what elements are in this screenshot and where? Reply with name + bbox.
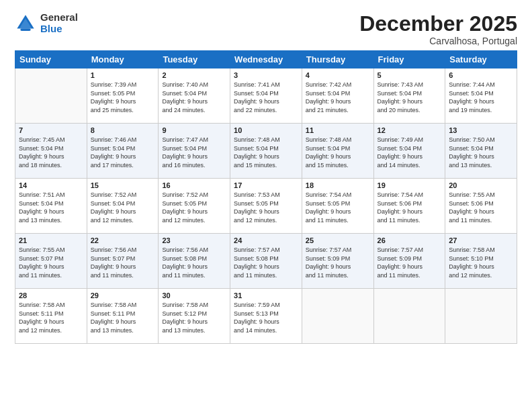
weekday-wednesday: Wednesday xyxy=(230,51,302,68)
day-info: Sunrise: 7:46 AM Sunset: 5:04 PM Dayligh… xyxy=(91,136,155,169)
day-info: Sunrise: 7:48 AM Sunset: 5:04 PM Dayligh… xyxy=(234,136,298,169)
day-info: Sunrise: 7:58 AM Sunset: 5:10 PM Dayligh… xyxy=(449,246,513,279)
weekday-header-row: SundayMondayTuesdayWednesdayThursdayFrid… xyxy=(15,51,517,68)
calendar-cell: 15Sunrise: 7:52 AM Sunset: 5:04 PM Dayli… xyxy=(87,179,159,234)
logo: General Blue xyxy=(15,12,78,34)
calendar-cell: 10Sunrise: 7:48 AM Sunset: 5:04 PM Dayli… xyxy=(230,124,302,179)
day-number: 25 xyxy=(306,236,370,244)
title-block: December 2025 Carvalhosa, Portugal xyxy=(359,12,517,46)
day-info: Sunrise: 7:45 AM Sunset: 5:04 PM Dayligh… xyxy=(19,136,83,169)
day-info: Sunrise: 7:40 AM Sunset: 5:04 PM Dayligh… xyxy=(162,81,226,114)
page: General Blue December 2025 Carvalhosa, P… xyxy=(0,0,532,411)
day-number: 17 xyxy=(234,181,298,189)
calendar-week-3: 14Sunrise: 7:51 AM Sunset: 5:04 PM Dayli… xyxy=(15,179,517,234)
day-number: 10 xyxy=(234,126,298,134)
day-info: Sunrise: 7:57 AM Sunset: 5:08 PM Dayligh… xyxy=(234,246,298,279)
calendar-cell: 29Sunrise: 7:58 AM Sunset: 5:11 PM Dayli… xyxy=(87,289,159,344)
day-number: 8 xyxy=(91,126,155,134)
day-info: Sunrise: 7:43 AM Sunset: 5:04 PM Dayligh… xyxy=(378,81,442,114)
day-info: Sunrise: 7:53 AM Sunset: 5:05 PM Dayligh… xyxy=(234,191,298,224)
month-title: December 2025 xyxy=(359,12,517,36)
calendar-cell: 20Sunrise: 7:55 AM Sunset: 5:06 PM Dayli… xyxy=(445,179,517,234)
day-number: 21 xyxy=(19,236,83,244)
day-number: 18 xyxy=(306,181,370,189)
day-info: Sunrise: 7:54 AM Sunset: 5:05 PM Dayligh… xyxy=(306,191,370,224)
day-number: 31 xyxy=(234,291,298,300)
calendar-cell: 23Sunrise: 7:56 AM Sunset: 5:08 PM Dayli… xyxy=(159,234,230,289)
day-info: Sunrise: 7:39 AM Sunset: 5:05 PM Dayligh… xyxy=(91,81,155,114)
day-info: Sunrise: 7:58 AM Sunset: 5:12 PM Dayligh… xyxy=(162,301,226,334)
calendar-cell: 11Sunrise: 7:48 AM Sunset: 5:04 PM Dayli… xyxy=(302,124,373,179)
day-number: 13 xyxy=(449,126,513,134)
day-number: 4 xyxy=(306,71,370,79)
day-number: 11 xyxy=(306,126,370,134)
calendar-cell: 26Sunrise: 7:57 AM Sunset: 5:09 PM Dayli… xyxy=(373,234,445,289)
day-info: Sunrise: 7:44 AM Sunset: 5:04 PM Dayligh… xyxy=(449,81,513,114)
calendar-week-4: 21Sunrise: 7:55 AM Sunset: 5:07 PM Dayli… xyxy=(15,234,517,289)
day-info: Sunrise: 7:55 AM Sunset: 5:07 PM Dayligh… xyxy=(19,246,83,279)
day-info: Sunrise: 7:49 AM Sunset: 5:04 PM Dayligh… xyxy=(378,136,442,169)
logo-general-text: General xyxy=(40,12,78,24)
calendar-cell: 22Sunrise: 7:56 AM Sunset: 5:07 PM Dayli… xyxy=(87,234,159,289)
calendar-cell xyxy=(302,289,373,344)
day-info: Sunrise: 7:57 AM Sunset: 5:09 PM Dayligh… xyxy=(306,246,370,279)
calendar-cell: 9Sunrise: 7:47 AM Sunset: 5:04 PM Daylig… xyxy=(159,124,230,179)
calendar-cell: 25Sunrise: 7:57 AM Sunset: 5:09 PM Dayli… xyxy=(302,234,373,289)
day-number: 23 xyxy=(162,236,226,244)
day-number: 6 xyxy=(449,71,513,79)
calendar-cell: 18Sunrise: 7:54 AM Sunset: 5:05 PM Dayli… xyxy=(302,179,373,234)
calendar-cell: 3Sunrise: 7:41 AM Sunset: 5:04 PM Daylig… xyxy=(230,68,302,124)
weekday-monday: Monday xyxy=(87,51,159,68)
calendar-cell: 21Sunrise: 7:55 AM Sunset: 5:07 PM Dayli… xyxy=(15,234,87,289)
day-number: 20 xyxy=(449,181,513,189)
location: Carvalhosa, Portugal xyxy=(359,36,517,46)
calendar-cell: 17Sunrise: 7:53 AM Sunset: 5:05 PM Dayli… xyxy=(230,179,302,234)
day-number: 14 xyxy=(19,181,83,189)
calendar-cell: 30Sunrise: 7:58 AM Sunset: 5:12 PM Dayli… xyxy=(159,289,230,344)
svg-rect-2 xyxy=(20,28,30,30)
day-info: Sunrise: 7:48 AM Sunset: 5:04 PM Dayligh… xyxy=(306,136,370,169)
calendar-cell: 1Sunrise: 7:39 AM Sunset: 5:05 PM Daylig… xyxy=(87,68,159,124)
calendar-cell: 2Sunrise: 7:40 AM Sunset: 5:04 PM Daylig… xyxy=(159,68,230,124)
calendar-cell: 13Sunrise: 7:50 AM Sunset: 5:04 PM Dayli… xyxy=(445,124,517,179)
calendar-week-1: 1Sunrise: 7:39 AM Sunset: 5:05 PM Daylig… xyxy=(15,68,517,124)
day-number: 16 xyxy=(162,181,226,189)
day-number: 30 xyxy=(162,291,226,300)
day-number: 12 xyxy=(378,126,442,134)
day-number: 7 xyxy=(19,126,83,134)
calendar-cell: 4Sunrise: 7:42 AM Sunset: 5:04 PM Daylig… xyxy=(302,68,373,124)
day-info: Sunrise: 7:59 AM Sunset: 5:13 PM Dayligh… xyxy=(234,301,298,334)
calendar-cell: 27Sunrise: 7:58 AM Sunset: 5:10 PM Dayli… xyxy=(445,234,517,289)
calendar-cell: 14Sunrise: 7:51 AM Sunset: 5:04 PM Dayli… xyxy=(15,179,87,234)
logo-blue-text: Blue xyxy=(40,24,78,35)
day-number: 28 xyxy=(19,291,83,300)
calendar-cell: 6Sunrise: 7:44 AM Sunset: 5:04 PM Daylig… xyxy=(445,68,517,124)
day-info: Sunrise: 7:57 AM Sunset: 5:09 PM Dayligh… xyxy=(378,246,442,279)
day-number: 29 xyxy=(91,291,155,300)
day-number: 27 xyxy=(449,236,513,244)
calendar-cell: 19Sunrise: 7:54 AM Sunset: 5:06 PM Dayli… xyxy=(373,179,445,234)
calendar-cell: 31Sunrise: 7:59 AM Sunset: 5:13 PM Dayli… xyxy=(230,289,302,344)
day-info: Sunrise: 7:42 AM Sunset: 5:04 PM Dayligh… xyxy=(306,81,370,114)
day-info: Sunrise: 7:47 AM Sunset: 5:04 PM Dayligh… xyxy=(162,136,226,169)
logo-text: General Blue xyxy=(40,12,78,34)
calendar-cell: 5Sunrise: 7:43 AM Sunset: 5:04 PM Daylig… xyxy=(373,68,445,124)
calendar-cell xyxy=(15,68,87,124)
header: General Blue December 2025 Carvalhosa, P… xyxy=(15,12,517,46)
day-number: 22 xyxy=(91,236,155,244)
calendar-cell: 7Sunrise: 7:45 AM Sunset: 5:04 PM Daylig… xyxy=(15,124,87,179)
calendar-table: SundayMondayTuesdayWednesdayThursdayFrid… xyxy=(15,50,517,344)
calendar-cell: 24Sunrise: 7:57 AM Sunset: 5:08 PM Dayli… xyxy=(230,234,302,289)
calendar-cell: 28Sunrise: 7:58 AM Sunset: 5:11 PM Dayli… xyxy=(15,289,87,344)
day-info: Sunrise: 7:51 AM Sunset: 5:04 PM Dayligh… xyxy=(19,191,83,224)
day-info: Sunrise: 7:55 AM Sunset: 5:06 PM Dayligh… xyxy=(449,191,513,224)
day-number: 1 xyxy=(91,71,155,79)
calendar-cell: 8Sunrise: 7:46 AM Sunset: 5:04 PM Daylig… xyxy=(87,124,159,179)
calendar-cell xyxy=(445,289,517,344)
day-info: Sunrise: 7:56 AM Sunset: 5:07 PM Dayligh… xyxy=(91,246,155,279)
calendar-cell xyxy=(373,289,445,344)
day-number: 5 xyxy=(378,71,442,79)
weekday-tuesday: Tuesday xyxy=(159,51,230,68)
weekday-thursday: Thursday xyxy=(302,51,373,68)
day-number: 15 xyxy=(91,181,155,189)
